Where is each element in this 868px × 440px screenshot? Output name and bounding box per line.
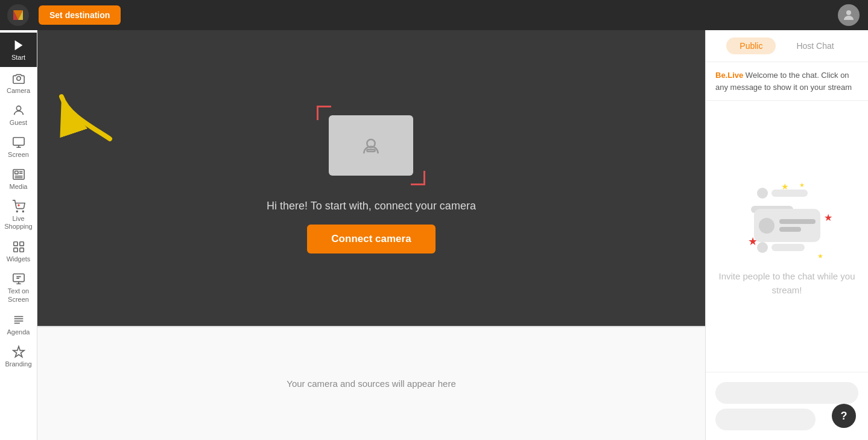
widgets-icon xyxy=(12,240,25,253)
chat-bubble-3 xyxy=(771,244,805,251)
sidebar-item-guest[interactable]: Guest xyxy=(0,99,37,131)
sidebar-text-label: Text on Screen xyxy=(2,287,34,303)
svg-point-6 xyxy=(16,77,20,80)
star-2: ★ xyxy=(799,182,805,188)
sidebar-item-screen[interactable]: Screen xyxy=(0,131,37,163)
app-logo xyxy=(7,4,29,26)
svg-rect-17 xyxy=(13,242,17,246)
sidebar-item-branding[interactable]: Branding xyxy=(0,340,37,372)
chat-bubble-1 xyxy=(771,190,808,197)
live-shopping-icon xyxy=(12,200,25,213)
svg-rect-28 xyxy=(367,149,375,151)
sidebar-screen-label: Screen xyxy=(8,151,29,158)
sidebar-item-start[interactable]: Start xyxy=(0,33,37,67)
content-area: Hi there! To start with, connect your ca… xyxy=(37,30,705,440)
camera-placeholder: Hi there! To start with, connect your ca… xyxy=(267,103,476,253)
svg-rect-21 xyxy=(13,274,24,282)
sidebar-live-shopping-label: Live Shopping xyxy=(2,215,34,231)
svg-point-16 xyxy=(22,211,24,212)
chat-illustration: ★ ★ ★ ★ ★ xyxy=(739,176,835,260)
main-layout: Start Camera Guest Screen Media Live Sho… xyxy=(0,30,868,440)
chat-card-avatar xyxy=(759,218,775,234)
svg-rect-8 xyxy=(13,138,24,145)
star-5: ★ xyxy=(817,252,823,260)
camera-frame xyxy=(311,103,431,188)
camera-icon-box xyxy=(329,115,413,176)
sidebar-item-live-shopping[interactable]: Live Shopping xyxy=(0,195,37,235)
svg-point-7 xyxy=(16,106,21,110)
tab-host-chat[interactable]: Host Chat xyxy=(783,37,847,54)
chat-panel: Public Host Chat Be.Live Welcome to the … xyxy=(705,30,868,440)
svg-point-15 xyxy=(16,211,17,212)
hi-text: Hi there! To start with, connect your ca… xyxy=(267,200,476,212)
svg-point-4 xyxy=(846,10,851,15)
avatar[interactable] xyxy=(838,4,860,26)
tab-public[interactable]: Public xyxy=(726,37,776,54)
svg-marker-5 xyxy=(14,40,22,51)
sidebar: Start Camera Guest Screen Media Live Sho… xyxy=(0,30,37,440)
sidebar-item-camera[interactable]: Camera xyxy=(0,67,37,99)
corner-bracket-br xyxy=(411,171,425,185)
chat-line-1 xyxy=(779,219,816,224)
sidebar-media-label: Media xyxy=(10,183,28,190)
chat-invite-text: Invite people to the chat while you stre… xyxy=(718,270,856,297)
branding-icon xyxy=(12,345,25,359)
arrow-annotation xyxy=(55,91,128,151)
sidebar-item-widgets[interactable]: Widgets xyxy=(0,235,37,267)
chat-brand: Be.Live xyxy=(715,71,743,80)
sidebar-item-agenda[interactable]: Agenda xyxy=(0,308,37,340)
sources-text: Your camera and sources will appear here xyxy=(287,378,455,389)
connect-camera-button[interactable]: Connect camera xyxy=(307,225,435,253)
sidebar-widgets-label: Widgets xyxy=(7,255,31,263)
sidebar-guest-label: Guest xyxy=(10,119,27,126)
svg-rect-20 xyxy=(19,248,23,252)
chat-welcome: Be.Live Welcome to the chat. Click on an… xyxy=(706,62,868,101)
topbar: Set destination xyxy=(0,0,868,30)
svg-rect-19 xyxy=(13,248,17,252)
svg-rect-18 xyxy=(19,242,23,246)
agenda-icon xyxy=(12,313,25,327)
chat-avatar-1 xyxy=(757,188,768,199)
media-icon xyxy=(12,168,25,181)
set-destination-button[interactable]: Set destination xyxy=(39,5,121,25)
chat-empty: ★ ★ ★ ★ ★ xyxy=(706,101,868,372)
sidebar-camera-label: Camera xyxy=(7,87,30,94)
svg-rect-10 xyxy=(14,171,17,174)
guest-icon xyxy=(12,104,25,117)
sidebar-branding-label: Branding xyxy=(5,360,31,368)
sidebar-agenda-label: Agenda xyxy=(7,328,30,336)
chat-line-2 xyxy=(779,227,801,232)
chat-input-line-2 xyxy=(715,409,816,430)
sidebar-item-media[interactable]: Media xyxy=(0,163,37,195)
sidebar-item-text-on-screen[interactable]: Text on Screen xyxy=(0,267,37,308)
camera-icon xyxy=(12,72,25,85)
chat-card-lines xyxy=(779,219,816,232)
chat-avatar-3 xyxy=(757,242,768,253)
chat-tabs: Public Host Chat xyxy=(706,30,868,62)
webcam-icon xyxy=(359,133,383,158)
start-label: Start xyxy=(11,54,25,61)
chat-input-line-1 xyxy=(715,382,858,404)
help-button[interactable]: ? xyxy=(832,404,856,428)
chat-card xyxy=(754,209,820,242)
stream-preview: Hi there! To start with, connect your ca… xyxy=(37,30,705,326)
sources-area: Your camera and sources will appear here xyxy=(37,326,705,440)
text-on-screen-icon xyxy=(12,272,25,285)
screen-icon xyxy=(12,136,25,149)
star-3: ★ xyxy=(824,212,832,223)
